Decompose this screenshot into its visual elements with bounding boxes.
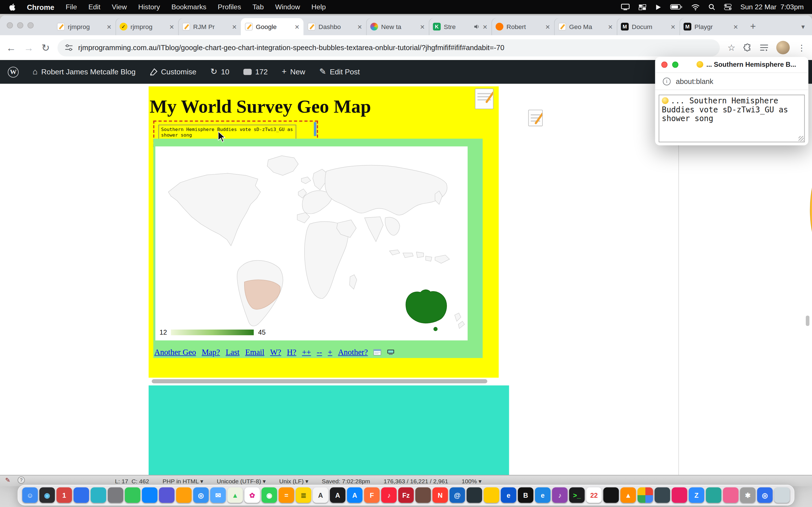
dock-app-icon[interactable]: A	[330, 487, 345, 503]
window-grid-icon[interactable]	[638, 4, 646, 10]
browser-tab[interactable]: Playgr ×	[679, 18, 742, 35]
menu-item[interactable]: Tab	[252, 3, 264, 11]
adminbar-comments[interactable]: 172	[243, 68, 268, 76]
reload-button[interactable]: ↻	[42, 43, 50, 53]
browser-tab[interactable]: Docum ×	[617, 18, 679, 35]
page-scrollbar-thumb[interactable]	[806, 316, 809, 326]
map-region-south-america[interactable]	[245, 280, 281, 309]
dock-app-icon[interactable]	[176, 487, 192, 503]
dock-app-icon[interactable]: ☺	[22, 487, 38, 503]
status-pencil-icon[interactable]: ✎	[5, 476, 10, 484]
info-icon[interactable]: i	[663, 77, 671, 86]
browser-menu-kebab-icon[interactable]: ⋮	[798, 43, 806, 53]
world-geo-map[interactable]: 12 45	[155, 147, 468, 341]
statusbar-item[interactable]: Unicode (UTF-8) ▾	[217, 477, 266, 485]
tab-close-icon[interactable]: ×	[671, 23, 675, 31]
dock-app-icon[interactable]	[603, 487, 619, 503]
forward-button[interactable]: →	[24, 43, 34, 53]
statusbar-item[interactable]: L: 17 C: 462	[115, 478, 149, 484]
dock-app-icon[interactable]	[655, 487, 670, 503]
dock-app-icon[interactable]: N	[433, 487, 448, 503]
nav-link[interactable]: Last	[225, 348, 239, 357]
dock-app-icon[interactable]: ≣	[296, 487, 311, 503]
screen-mirroring-icon[interactable]	[621, 4, 629, 10]
wordpress-logo-icon[interactable]: W	[8, 66, 19, 77]
browser-tab[interactable]: rjmprog ×	[53, 18, 115, 35]
close-window-button[interactable]	[7, 22, 13, 29]
dock-app-icon[interactable]	[125, 487, 140, 503]
tab-close-icon[interactable]: ×	[357, 23, 362, 31]
dock-app-icon[interactable]: A	[347, 487, 363, 503]
browser-tab[interactable]: Dashbo ×	[303, 18, 366, 35]
dock-app-icon[interactable]	[159, 487, 174, 503]
tab-close-icon[interactable]: ×	[295, 23, 299, 31]
dock-app-icon[interactable]: @	[449, 487, 465, 503]
dock-app-icon[interactable]: =	[278, 487, 294, 503]
dock-app-icon[interactable]	[484, 487, 499, 503]
browser-tab[interactable]: RJM Pr ×	[178, 18, 241, 35]
dock-app-icon[interactable]	[723, 487, 739, 503]
nav-link[interactable]: Map?	[202, 348, 220, 357]
dock-app-icon[interactable]: A	[313, 487, 328, 503]
dock-app-icon[interactable]	[73, 487, 89, 503]
adminbar-site-name[interactable]: ⌂ Robert James Metcalfe Blog	[33, 68, 136, 76]
menu-item[interactable]: Profiles	[218, 3, 241, 11]
chart-thumbnail-icon[interactable]	[373, 349, 382, 355]
browser-tab[interactable]: Google ×	[241, 18, 303, 35]
tab-close-icon[interactable]: ×	[107, 23, 111, 31]
textarea-scrollbar-thumb[interactable]	[314, 122, 316, 136]
minimize-window-button[interactable]	[17, 22, 23, 29]
dock-app-icon[interactable]: ◎	[757, 487, 772, 503]
dock-app-icon[interactable]: B	[518, 487, 534, 503]
back-button[interactable]: ←	[6, 43, 16, 53]
notepad-gif-icon[interactable]	[475, 89, 493, 109]
dock-app-icon[interactable]	[467, 487, 482, 503]
popup-textarea[interactable]: ... Southern Hemisphere Buddies vote sD-…	[659, 95, 805, 142]
dock-app-icon[interactable]: Fz	[398, 487, 414, 503]
nav-link[interactable]: ++	[302, 348, 311, 357]
adminbar-edit-post[interactable]: ✎ Edit Post	[319, 68, 360, 76]
dock-app-icon[interactable]: F	[364, 487, 379, 503]
tab-close-icon[interactable]: ×	[608, 23, 613, 31]
dock-app-icon[interactable]: ▲	[620, 487, 636, 503]
dock-app-icon[interactable]: Z	[689, 487, 704, 503]
tab-close-icon[interactable]: ×	[420, 23, 424, 31]
dock-app-icon[interactable]: ✱	[740, 487, 756, 503]
new-tab-button[interactable]: +	[746, 20, 760, 33]
dock-app-icon[interactable]	[774, 487, 790, 503]
wifi-icon[interactable]	[691, 4, 699, 10]
bookmark-star-icon[interactable]: ☆	[727, 43, 735, 52]
adminbar-updates[interactable]: ↻ 10	[210, 68, 229, 76]
dock-app-icon[interactable]	[638, 487, 653, 503]
menu-item[interactable]: View	[112, 3, 127, 11]
control-center-icon[interactable]	[724, 4, 732, 10]
nav-link[interactable]: +	[328, 348, 333, 357]
dock-app-icon[interactable]	[142, 487, 157, 503]
statusbar-item[interactable]: 100% ▾	[462, 477, 481, 485]
adminbar-new[interactable]: + New	[282, 68, 305, 76]
profile-avatar[interactable]	[776, 41, 790, 54]
menu-item[interactable]: Window	[275, 3, 300, 11]
tab-overflow-chevron-icon[interactable]: ▾	[801, 23, 805, 31]
battery-icon[interactable]	[670, 4, 682, 10]
dock-app-icon[interactable]	[415, 487, 431, 503]
nav-link[interactable]: Email	[245, 348, 264, 357]
menu-item[interactable]: Help	[311, 3, 326, 11]
menu-item[interactable]: Bookmarks	[171, 3, 206, 11]
site-settings-icon[interactable]	[64, 44, 73, 51]
dock-app-icon[interactable]: 22	[586, 487, 602, 503]
menubar-clock[interactable]: Sun 22 Mar 7:03pm	[741, 3, 804, 11]
dock-app-icon[interactable]: 1	[56, 487, 72, 503]
dock-app-icon[interactable]: e	[535, 487, 550, 503]
url-text[interactable]: rjmprogramming.com.au/ITblog/google-char…	[78, 43, 504, 52]
nav-link[interactable]: W?	[270, 348, 282, 357]
statusbar-item[interactable]: PHP in HTML ▾	[162, 477, 203, 485]
dock-app-icon[interactable]: ▲	[227, 487, 243, 503]
dock-app-icon[interactable]: ◎	[193, 487, 209, 503]
adminbar-customise[interactable]: Customise	[149, 68, 196, 76]
zoom-window-button[interactable]	[28, 22, 34, 29]
notepad-gif-icon-small[interactable]	[528, 110, 543, 126]
tab-audio-icon[interactable]	[474, 24, 479, 29]
tab-search-panel-icon[interactable]	[760, 44, 768, 51]
browser-tab[interactable]: Geo Ma ×	[554, 18, 617, 35]
